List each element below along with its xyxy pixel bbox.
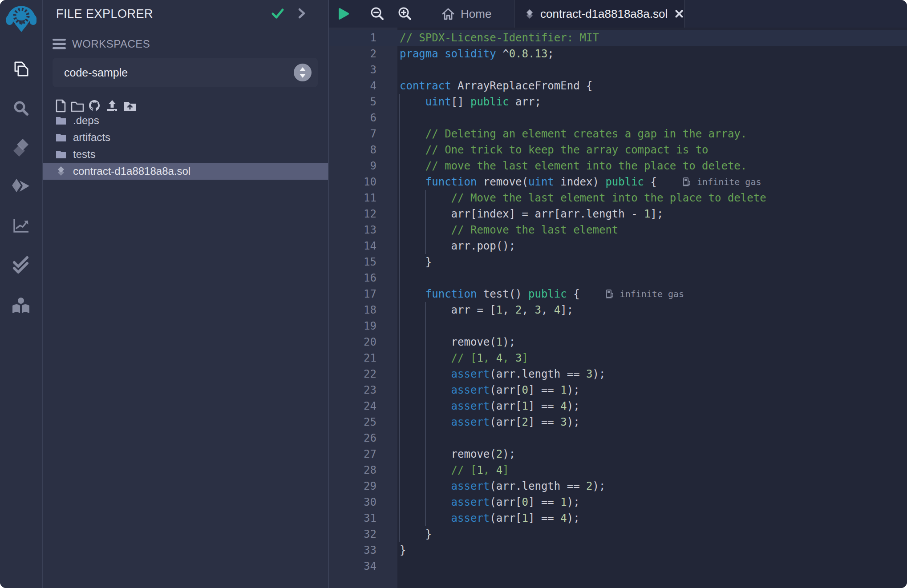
code-line-2[interactable]: 2pragma solidity ^0.8.13; <box>328 46 907 62</box>
code-line-30[interactable]: 30 assert(arr[0] == 1); <box>328 494 907 510</box>
line-content: // move the last element into the place … <box>397 158 747 174</box>
new-file-button[interactable] <box>53 99 68 113</box>
code-line-29[interactable]: 29 assert(arr.length == 2); <box>328 478 907 494</box>
zoom-out-button[interactable] <box>369 6 385 22</box>
line-number: 32 <box>328 526 397 542</box>
deploy-run-icon <box>11 177 31 197</box>
upload-folder-button[interactable] <box>123 99 137 113</box>
code-line-9[interactable]: 9 // move the last element into the plac… <box>328 158 907 174</box>
code-line-21[interactable]: 21 // [1, 4, 3] <box>328 350 907 366</box>
solidity-file-icon <box>55 165 67 177</box>
code-line-8[interactable]: 8 // One trick to keep the array compact… <box>328 142 907 158</box>
code-line-18[interactable]: 18 arr = [1, 2, 3, 4]; <box>328 302 907 318</box>
code-line-32[interactable]: 32 } <box>328 526 907 542</box>
code-line-7[interactable]: 7 // Deleting an element creates a gap i… <box>328 126 907 142</box>
line-content: } <box>397 254 432 270</box>
line-content: assert(arr[0] == 1); <box>397 494 580 510</box>
tab-home[interactable]: Home <box>435 0 498 28</box>
folder-icon <box>55 149 67 160</box>
line-number: 15 <box>328 254 397 270</box>
sidebar-item-search[interactable] <box>11 98 31 119</box>
code-line-26[interactable]: 26 <box>328 430 907 446</box>
line-content: // One trick to keep the array compact i… <box>397 142 709 158</box>
code-line-19[interactable]: 19 <box>328 318 907 334</box>
close-tab-icon[interactable] <box>673 8 685 20</box>
code-line-5[interactable]: 5 uint[] public arr; <box>328 94 907 110</box>
home-icon <box>441 7 455 21</box>
book-reader-icon <box>11 296 31 316</box>
code-line-3[interactable]: 3 <box>328 62 907 78</box>
code-line-22[interactable]: 22 assert(arr.length == 3); <box>328 366 907 382</box>
line-number: 29 <box>328 478 397 494</box>
sidebar-item-unit-testing[interactable] <box>11 254 31 275</box>
code-line-34[interactable]: 34 <box>328 558 907 574</box>
code-line-25[interactable]: 25 assert(arr[2] == 3); <box>328 414 907 430</box>
workspaces-label: WORKSPACES <box>72 38 150 50</box>
code-line-12[interactable]: 12 arr[index] = arr[arr.length - 1]; <box>328 206 907 222</box>
code-line-17[interactable]: 17 function test() public {infinite gas <box>328 286 907 302</box>
sidebar-item-learn[interactable] <box>11 296 31 316</box>
line-content: contract ArrayReplaceFromEnd { <box>397 78 592 94</box>
file-row-.deps[interactable]: .deps <box>43 112 328 129</box>
code-line-1[interactable]: 1// SPDX-License-Identifier: MIT <box>328 30 907 46</box>
workspace-select-arrows-icon[interactable] <box>294 64 312 81</box>
code-line-14[interactable]: 14 arr.pop(); <box>328 238 907 254</box>
code-line-23[interactable]: 23 assert(arr[0] == 1); <box>328 382 907 398</box>
line-content: arr = [1, 2, 3, 4]; <box>397 302 573 318</box>
code-line-4[interactable]: 4contract ArrayReplaceFromEnd { <box>328 78 907 94</box>
line-content: } <box>397 542 406 558</box>
zoom-in-button[interactable] <box>397 6 413 22</box>
sidebar-item-deploy-and-run[interactable] <box>11 177 31 197</box>
code-line-27[interactable]: 27 remove(2); <box>328 446 907 462</box>
line-number: 3 <box>328 62 397 78</box>
check-icon[interactable] <box>271 6 285 20</box>
line-content: assert(arr[1] == 4); <box>397 510 580 526</box>
code-line-11[interactable]: 11 // Move the last element into the pla… <box>328 190 907 206</box>
chevron-right-icon[interactable] <box>295 6 309 20</box>
new-folder-button[interactable] <box>70 99 85 113</box>
code-line-6[interactable]: 6 <box>328 110 907 126</box>
tab-label: contract-d1a8818a8a.sol <box>540 7 668 21</box>
tab-home-label: Home <box>461 7 491 21</box>
code-line-13[interactable]: 13 // Remove the last element <box>328 222 907 238</box>
line-content <box>397 430 400 446</box>
upload-file-button[interactable] <box>105 99 119 113</box>
line-number: 2 <box>328 46 397 62</box>
line-number: 18 <box>328 302 397 318</box>
hamburger-menu-icon[interactable] <box>53 38 66 50</box>
new-folder-icon <box>70 99 85 113</box>
workspace-selected-value: code-sample <box>64 66 128 79</box>
file-row-tests[interactable]: tests <box>43 146 328 163</box>
line-content: pragma solidity ^0.8.13; <box>397 46 554 62</box>
workspace-select[interactable]: code-sample <box>53 58 318 87</box>
remix-logo-icon[interactable] <box>6 2 36 37</box>
sidebar-item-file-explorer[interactable] <box>11 59 31 80</box>
tab-contract-file[interactable]: contract-d1a8818a8a.sol <box>514 0 685 28</box>
code-editor[interactable]: 1// SPDX-License-Identifier: MIT2pragma … <box>328 28 907 588</box>
gas-estimate-badge: infinite gas <box>605 286 684 302</box>
code-line-24[interactable]: 24 assert(arr[1] == 4); <box>328 398 907 414</box>
line-content: assert(arr[1] == 4); <box>397 398 580 414</box>
run-script-button[interactable] <box>337 6 350 21</box>
upload-file-icon <box>105 99 119 113</box>
code-line-20[interactable]: 20 remove(1); <box>328 334 907 350</box>
line-content: } <box>397 526 432 542</box>
sidebar-item-analytics[interactable] <box>11 215 31 236</box>
line-number: 21 <box>328 350 397 366</box>
github-clone-button[interactable] <box>87 99 101 113</box>
line-content: // Deleting an element creates a gap in … <box>397 126 747 142</box>
sidebar-item-solidity-compiler[interactable] <box>11 137 31 157</box>
line-number: 30 <box>328 494 397 510</box>
code-line-16[interactable]: 16 <box>328 270 907 286</box>
code-line-10[interactable]: 10 function remove(uint index) public {i… <box>328 174 907 190</box>
file-row-contract-d1a8818a8a.sol[interactable]: contract-d1a8818a8a.sol <box>43 163 328 180</box>
github-icon <box>87 99 101 113</box>
line-number: 25 <box>328 414 397 430</box>
code-line-31[interactable]: 31 assert(arr[1] == 4); <box>328 510 907 526</box>
code-line-15[interactable]: 15 } <box>328 254 907 270</box>
code-line-28[interactable]: 28 // [1, 4] <box>328 462 907 478</box>
file-explorer-panel: FILE EXPLORER WORKSPACES code-sample <box>43 0 329 588</box>
file-row-artifacts[interactable]: artifacts <box>43 129 328 146</box>
line-number: 22 <box>328 366 397 382</box>
code-line-33[interactable]: 33} <box>328 542 907 558</box>
